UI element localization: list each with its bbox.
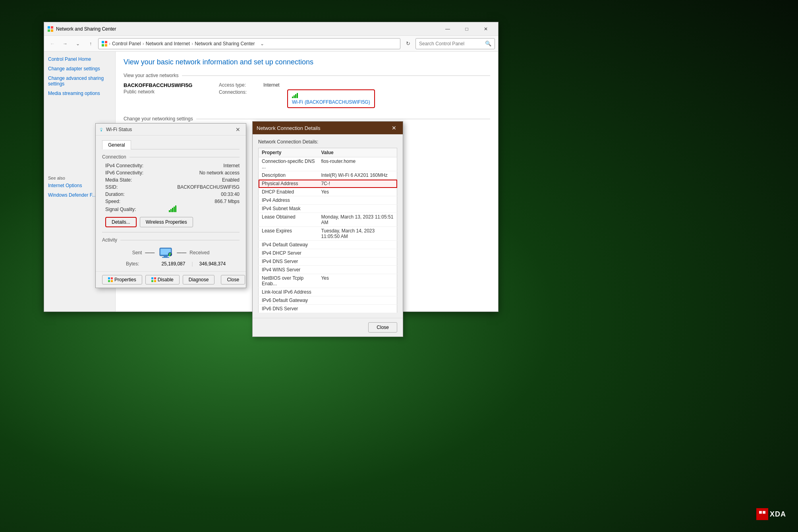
details-title-text: Network Connection Details [257,125,386,131]
details-table-row: Connection-specific DNS ...fios-router.h… [259,157,397,171]
active-networks-label: View your active networks [124,73,490,78]
properties-button[interactable]: Properties [102,275,142,284]
details-value-cell: 7C-! [318,180,397,188]
back-button[interactable]: ← [47,39,58,49]
diagnose-button[interactable]: Diagnose [183,275,215,284]
details-value-cell: Monday, March 13, 2023 11:05:51 AM [318,213,397,227]
details-property-cell: Link-local IPv6 Address [259,288,318,296]
details-value-cell: fios-router.home [318,157,397,171]
wifi-close-label: Close [227,277,239,282]
details-property-cell: Lease Obtained [259,213,318,227]
signal-quality-icon [169,207,176,212]
details-property-cell: IPv6 Default Gateway [259,296,318,305]
activity-section-header: Activity [102,237,240,243]
network-type: Public network [124,89,203,95]
details-property-cell: IPv4 Address [259,196,318,205]
details-table-row: IPv6 DNS Server [259,305,397,313]
svg-point-10 [101,130,102,131]
path-separator-2: › [143,41,144,46]
disable-label: Disable [158,277,174,282]
xda-text: XDA [770,510,786,518]
signal-icon [292,93,298,98]
disable-button[interactable]: Disable [145,275,180,284]
svg-rect-9 [105,44,107,46]
sidebar-item-media-streaming[interactable]: Media streaming options [48,91,111,96]
wifi-connection-link[interactable]: Wi-Fi (BACKOFFBACCHUSWIFI5G) [292,99,370,105]
wifi-dialog-close-icon[interactable]: ✕ [233,125,243,134]
wifi-dialog-tabs: General [102,140,240,149]
up-button[interactable]: ↑ [85,39,96,49]
wifi-close-button[interactable]: Close [221,275,245,284]
details-table-header-row: Property Value [259,148,397,157]
path-dropdown-button[interactable]: ⌄ [257,38,268,49]
search-icon[interactable]: 🔍 [485,41,491,46]
activity-icon-row: Sent —— —— Received [102,247,240,259]
details-table-row: DescriptionIntel(R) Wi-Fi 6 AX201 160MHz [259,171,397,180]
window-icon [47,26,54,32]
windows-logo-icon [108,277,113,282]
path-separator-1: › [109,41,110,46]
signal-quality-label: Signal Quality: [105,207,169,212]
svg-rect-17 [169,254,171,255]
wifi-status-dialog: Wi-Fi Status ✕ General Connection IPv4 C… [95,123,246,288]
details-table-row: NetBIOS over Tcpip Enab...Yes [259,274,397,288]
wireless-properties-button[interactable]: Wireless Properties [140,217,193,227]
search-box[interactable]: 🔍 [415,38,495,49]
wifi-dialog-icon [99,127,104,132]
access-type-row: Access type: Internet [219,82,375,88]
dropdown-button[interactable]: ⌄ [73,39,83,49]
wifi-ssid: (BACKOFFBACCHUSWIFI5G) [305,99,370,105]
details-close-footer-button[interactable]: Close [368,322,397,333]
details-value-cell: Tuesday, March 14, 2023 11:05:50 AM [318,227,397,241]
svg-rect-18 [169,255,170,255]
bytes-sent: 25,189,087 [145,261,188,267]
connection-section-header: Connection [102,154,240,160]
details-value-cell [318,305,397,313]
change-settings-label: Change your networking settings [124,116,490,122]
details-col-value: Value [318,148,397,157]
sidebar-item-advanced-sharing[interactable]: Change advanced sharing settings [48,75,111,87]
conn-row-ipv4: IPv4 Connectivity: Internet [102,163,240,168]
details-button[interactable]: Details... [105,217,137,227]
details-table-row: IPv4 Address [259,196,397,205]
details-value-cell: Intel(R) Wi-Fi 6 AX201 160MHz [318,171,397,180]
details-value-cell [318,296,397,305]
minimize-button[interactable]: — [439,23,457,35]
wifi-dialog-title: Wi-Fi Status [106,127,231,132]
forward-button[interactable]: → [60,39,70,49]
conn-media-value: Enabled [169,177,240,183]
svg-rect-23 [111,280,113,282]
window-title: Network and Sharing Center [56,26,439,32]
maximize-button[interactable]: □ [458,23,476,35]
details-table-row: DHCP EnabledYes [259,188,397,196]
network-name-block: BACKOFFBACCHUSWIFI5G Public network [124,82,203,95]
conn-ssid-value: BACKOFFBACCHUSWIFI5G [169,184,240,190]
bytes-label: Bytes: [126,261,142,267]
conn-row-media: Media State: Enabled [102,177,240,183]
sidebar-item-control-panel-home[interactable]: Control Panel Home [48,56,111,62]
svg-rect-20 [108,277,110,279]
address-bar: ← → ⌄ ↑ › Control Panel › Network and In… [44,36,498,52]
details-value-cell: Yes [318,274,397,288]
tab-general[interactable]: General [102,140,131,149]
sidebar-item-adapter-settings[interactable]: Change adapter settings [48,66,111,72]
conn-row-duration: Duration: 00:33:40 [102,192,240,197]
details-table-row: IPv4 Subnet Mask [259,205,397,213]
details-property-cell: NetBIOS over Tcpip Enab... [259,274,318,288]
close-button[interactable]: ✕ [477,23,495,35]
refresh-button[interactable]: ↻ [403,39,413,49]
svg-rect-16 [169,253,171,254]
details-value-cell [318,249,397,257]
path-control-panel: Control Panel [112,41,141,46]
address-path[interactable]: › Control Panel › Network and Internet ›… [98,38,400,49]
svg-rect-2 [48,26,50,29]
details-table-row: IPv6 Default Gateway [259,296,397,305]
conn-duration-value: 00:33:40 [169,192,240,197]
conn-row-speed: Speed: 866.7 Mbps [102,199,240,204]
details-property-cell: Description [259,171,318,180]
details-close-icon[interactable]: ✕ [389,124,399,132]
received-label: Received [189,250,209,255]
search-input[interactable] [419,41,483,46]
details-value-cell [318,241,397,249]
svg-rect-5 [51,29,53,32]
